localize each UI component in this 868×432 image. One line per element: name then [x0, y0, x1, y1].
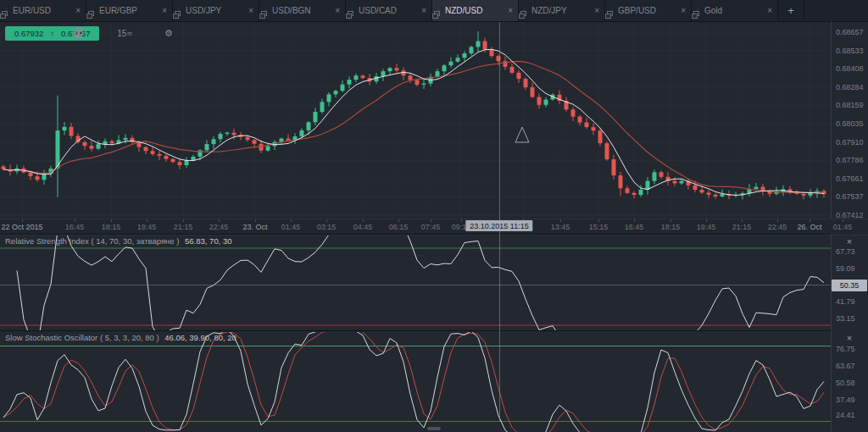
tab-usd-cad[interactable]: ⋮USD/CAD×	[346, 0, 432, 21]
price-chart[interactable]	[0, 21, 831, 219]
rsi-axis-label: 41.79	[836, 297, 855, 306]
zoom-in-icon[interactable]	[95, 25, 110, 41]
price-axis-label: 0.67537	[836, 192, 864, 201]
tab-label: EUR/USD	[13, 6, 71, 15]
direction-arrow-icon: ↑	[50, 29, 54, 38]
time-axis-tick	[706, 219, 707, 222]
time-axis-label: 16:45	[625, 223, 644, 231]
rsi-axis-label: 59.09	[836, 264, 855, 273]
indicators-icon[interactable]	[183, 25, 198, 41]
time-axis-tick	[670, 219, 671, 222]
chart-type-candles-icon[interactable]	[139, 25, 154, 41]
timeframe-button[interactable]: 15m	[117, 25, 132, 41]
time-axis-label: 19:45	[137, 223, 157, 231]
price-axis-label: 0.68035	[836, 119, 864, 128]
time-axis-tick	[75, 219, 75, 222]
time-axis[interactable]: 22 Oct 201516:4518:1519:4521:1522:4523. …	[0, 219, 868, 235]
time-axis-tick	[291, 219, 292, 222]
time-axis-tick	[255, 219, 256, 222]
rsi-panel-title: Relative Strength Index ( 14, 70, 30, за…	[5, 236, 232, 246]
stoch-axis-label: 50.58	[836, 379, 855, 387]
tab-gbp-usd[interactable]: ⋮GBP/USD×	[605, 0, 692, 21]
stoch-axis-label: 63.67	[836, 362, 855, 370]
instrument-tab-bar: ⋮EUR/USD×⋮EUR/GBP×⋮USD/JPY×⋮USD/BGN×⋮USD…	[0, 0, 868, 22]
tab-eur-usd[interactable]: ⋮EUR/USD×	[0, 0, 86, 21]
time-axis-label: 22:45	[209, 223, 229, 231]
time-axis-tick	[398, 219, 399, 222]
bid-price[interactable]: 0.67932	[14, 29, 43, 38]
time-axis-label: 23. Oct	[242, 223, 267, 231]
rsi-values-text: 56.83, 70, 30	[185, 236, 231, 246]
time-axis-tick	[461, 219, 462, 222]
time-axis-label: 22:45	[768, 223, 787, 231]
tab-close-icon[interactable]: ×	[681, 6, 686, 15]
price-axis-label: 0.67786	[836, 156, 864, 164]
stoch-axis-label: 76.75	[836, 345, 855, 353]
tab-close-icon[interactable]: ×	[767, 6, 772, 15]
add-tab-button[interactable]: +	[778, 0, 804, 21]
timeframe-unit: m	[127, 30, 131, 36]
time-axis-tick	[742, 219, 743, 222]
draw-line-icon[interactable]	[205, 25, 220, 41]
time-axis-tick	[431, 219, 431, 222]
time-axis-tick	[111, 219, 112, 222]
time-axis-label: 19:45	[697, 223, 716, 231]
time-axis-label: 21:15	[732, 223, 752, 231]
tab-close-icon[interactable]: ×	[162, 6, 167, 15]
stoch-panel-title: Slow Stochastic Oscillator ( 5, 3, 3, 20…	[5, 333, 236, 342]
eraser-icon[interactable]	[227, 25, 242, 41]
tab-label: NZD/USD	[445, 6, 504, 15]
tab-close-icon[interactable]: ×	[248, 6, 253, 15]
tab-label: NZD/JPY	[531, 6, 590, 15]
time-axis-tick	[810, 219, 810, 222]
tab-label: Gold	[704, 6, 763, 15]
time-axis-label: 01:45	[833, 223, 853, 231]
stoch-axis-label: 37.49	[836, 396, 855, 404]
price-axis-label: 0.67910	[836, 138, 864, 147]
time-axis-tick	[147, 219, 147, 222]
time-axis-label: 15:15	[589, 223, 609, 231]
time-axis-label: 07:45	[421, 223, 441, 231]
tab-label: USD/BGN	[272, 6, 331, 15]
time-axis-label: 04:45	[353, 223, 373, 231]
stoch-title-text: Slow Stochastic Oscillator ( 5, 3, 3, 20…	[5, 333, 159, 342]
tab-usd-bgn[interactable]: ⋮USD/BGN×	[259, 0, 346, 21]
tab-close-icon[interactable]: ×	[335, 6, 340, 15]
stoch-axis-label: 24.41	[836, 411, 855, 419]
time-axis-label: 18:15	[661, 223, 681, 231]
rsi-axis-label: 67.73	[836, 247, 855, 256]
tab-close-icon[interactable]: ×	[75, 6, 81, 15]
tab-close-icon[interactable]: ×	[508, 6, 513, 15]
tab-label: USD/CAD	[359, 6, 417, 15]
stoch-close-icon[interactable]: ×	[843, 333, 856, 345]
rsi-close-icon[interactable]: ×	[843, 236, 856, 248]
stochastic-panel-chart[interactable]	[0, 330, 831, 432]
time-axis-label: 21:15	[174, 223, 193, 231]
time-axis-tick	[219, 219, 220, 222]
tab-eur-gbp[interactable]: ⋮EUR/GBP×	[86, 0, 173, 21]
tab-nzd-usd[interactable]: ⋮NZD/USD×	[432, 0, 519, 21]
time-axis-tick	[777, 219, 778, 222]
price-axis-label: 0.67661	[836, 174, 864, 183]
rsi-panel-chart[interactable]	[0, 234, 831, 331]
price-axis-label: 0.68284	[836, 83, 864, 91]
settings-gear-icon[interactable]: ⚙	[161, 25, 176, 41]
price-axis-label: 0.68408	[836, 64, 864, 73]
tab-gold[interactable]: ⋮Gold×	[692, 0, 778, 21]
time-axis-label: 01:45	[281, 223, 301, 231]
time-axis-tick	[843, 219, 843, 222]
stoch-values-text: 46.06, 39.90, 80, 20	[164, 333, 236, 342]
crosshair-time-label: 23.10.2015 11:15	[465, 220, 532, 231]
time-axis-label: 18:15	[102, 223, 121, 231]
rsi-title-text: Relative Strength Index ( 14, 70, 30, за…	[5, 236, 179, 246]
price-axis-separator	[831, 21, 832, 219]
chart-toolbar: 15m ⚙	[73, 25, 242, 41]
scrollbar-handle[interactable]	[427, 427, 441, 430]
time-axis-label: 16:45	[65, 223, 85, 231]
tab-close-icon[interactable]: ×	[594, 6, 599, 15]
tab-nzd-jpy[interactable]: ⋮NZD/JPY×	[519, 0, 605, 21]
tab-usd-jpy[interactable]: ⋮USD/JPY×	[173, 0, 259, 21]
time-axis-tick	[560, 219, 561, 222]
tab-label: USD/JPY	[186, 6, 244, 15]
tab-close-icon[interactable]: ×	[421, 6, 426, 15]
